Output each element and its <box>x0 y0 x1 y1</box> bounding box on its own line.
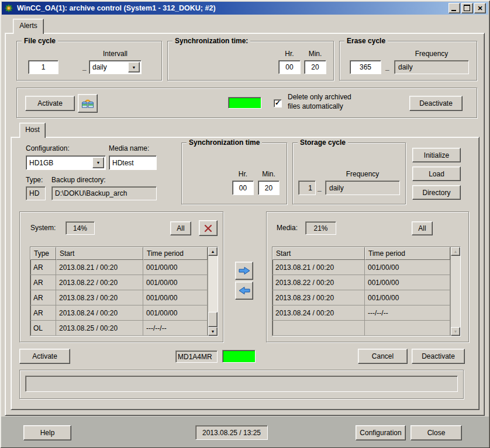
minimize-icon <box>451 10 456 11</box>
transfer-left-button[interactable] <box>235 282 253 300</box>
help-button-label: Help <box>40 429 55 437</box>
scrollbar-thumb[interactable] <box>208 312 218 327</box>
cell-period: 001/00/00 <box>143 290 208 305</box>
minimize-button[interactable] <box>448 3 460 13</box>
chevron-down-icon[interactable]: ▼ <box>128 62 140 72</box>
archive-settings-button[interactable] <box>78 94 98 113</box>
cell-period: 001/00/00 <box>365 290 450 305</box>
activate-button-label: Activate <box>37 99 63 107</box>
configuration-select[interactable]: HD1GB ▼ <box>26 155 106 170</box>
media-row-1[interactable]: 2013.08.21 / 00:20 001/00/00 <box>272 260 450 275</box>
frequency-label: Frequency <box>394 50 469 58</box>
min-label: Min. <box>258 170 279 178</box>
host-deactivate-button[interactable]: Deactivate <box>412 349 465 364</box>
system-row-4[interactable]: AR 2013.08.24 / 00:20 001/00/00 <box>30 305 208 321</box>
system-all-button[interactable]: All <box>170 221 191 235</box>
host-activate-label: Activate <box>32 352 57 360</box>
tab-alerts[interactable]: Alerts <box>13 19 44 34</box>
type-label: Type: <box>26 176 43 184</box>
media-all-button[interactable]: All <box>412 221 433 235</box>
frequency-label: Frequency <box>325 170 400 178</box>
cell-start: 2013.08.24 / 00:20 <box>56 305 143 321</box>
chevron-down-icon[interactable]: ▼ <box>92 157 104 168</box>
intervall-label: Intervall <box>89 50 142 58</box>
media-label: Media: <box>277 224 298 232</box>
system-row-5[interactable]: OL 2013.08.25 / 00:20 ---/--/-- <box>30 321 208 336</box>
system-delete-button[interactable] <box>199 220 218 236</box>
cell-start: 2013.08.21 / 00:20 <box>56 260 143 275</box>
scroll-up-button-disabled: ▲ <box>451 247 460 256</box>
media-row-5[interactable] <box>272 321 450 336</box>
media-usage-field: 21% <box>305 221 336 235</box>
column-header-type: Type <box>30 247 56 260</box>
min-label: Min. <box>304 50 326 58</box>
delete-archived-checkbox[interactable]: ✓ <box>274 99 282 107</box>
erase-cycle-value-input[interactable] <box>350 60 381 74</box>
arrow-left-icon <box>238 286 251 295</box>
media-name-input[interactable] <box>109 155 157 170</box>
datetime-field: 2013.08.25 / 13:25 <box>195 425 268 440</box>
system-scrollbar[interactable]: ▲ ▼ <box>208 247 218 336</box>
cell-period: 001/00/00 <box>143 260 208 275</box>
title-bar[interactable]: WinCC_OA(1): archive control (System1 - … <box>2 2 488 15</box>
cell-period: 001/00/00 <box>365 275 450 290</box>
cell-type: AR <box>30 260 56 275</box>
media-name-label: Media name: <box>109 144 149 152</box>
media-row-2[interactable]: 2013.08.22 / 00:20 001/00/00 <box>272 275 450 290</box>
load-button[interactable]: Load <box>412 166 461 181</box>
load-button-label: Load <box>429 170 444 178</box>
intervall-select[interactable]: daily ▼ <box>89 60 142 74</box>
alert-status-indicator <box>228 97 261 109</box>
initialize-button-label: Initialize <box>424 151 449 159</box>
configuration-button-label: Configuration <box>360 429 401 437</box>
directory-button[interactable]: Directory <box>412 185 461 200</box>
archive-control-window: WinCC_OA(1): archive control (System1 - … <box>0 0 490 448</box>
checkbox-label-line1: Delete only archived <box>288 93 351 101</box>
configuration-button[interactable]: Configuration <box>356 425 406 440</box>
arrow-right-icon <box>238 266 251 275</box>
scroll-down-button[interactable]: ▼ <box>208 327 218 336</box>
app-gear-icon <box>4 4 13 13</box>
scroll-up-button[interactable]: ▲ <box>208 247 218 256</box>
hr-input[interactable] <box>278 60 301 74</box>
triangle-up-icon: ▲ <box>454 249 458 253</box>
host-min-input[interactable] <box>258 180 279 195</box>
help-button[interactable]: Help <box>23 425 71 440</box>
configuration-label: Configuration: <box>26 144 70 152</box>
transfer-right-button[interactable] <box>235 262 253 280</box>
file-cycle-value-input[interactable] <box>28 60 58 74</box>
scrollbar-track[interactable] <box>208 256 218 312</box>
directory-button-label: Directory <box>422 189 450 197</box>
cell-start: 2013.08.23 / 00:20 <box>56 290 143 305</box>
system-row-1[interactable]: AR 2013.08.21 / 00:20 001/00/00 <box>30 260 208 275</box>
close-button[interactable]: ✕ <box>474 3 486 13</box>
min-input[interactable] <box>304 60 326 74</box>
cell-type: OL <box>30 321 56 336</box>
activate-button[interactable]: Activate <box>25 96 75 111</box>
cell-period: 001/00/00 <box>365 260 450 275</box>
system-row-2[interactable]: AR 2013.08.22 / 00:20 001/00/00 <box>30 275 208 290</box>
sync-time-host-title: Synchronization time <box>187 138 262 147</box>
separator-label: _ <box>82 63 87 71</box>
system-row-3[interactable]: AR 2013.08.23 / 00:20 001/00/00 <box>30 290 208 305</box>
media-all-label: All <box>418 224 426 232</box>
maximize-button[interactable] <box>461 3 473 13</box>
tab-host[interactable]: Host <box>19 123 46 138</box>
cancel-button[interactable]: Cancel <box>358 349 408 364</box>
media-row-3[interactable]: 2013.08.23 / 00:20 001/00/00 <box>272 290 450 305</box>
host-hr-input[interactable] <box>232 180 254 195</box>
system-label: System: <box>30 224 56 232</box>
cell-period: ---/--/-- <box>143 321 208 336</box>
deactivate-button-label: Deactivate <box>419 99 453 107</box>
scrollbar-track <box>451 256 460 327</box>
close-dialog-button[interactable]: Close <box>410 425 462 440</box>
media-row-4[interactable]: 2013.08.24 / 00:20 ---/--/-- <box>272 305 450 321</box>
media-table: Start Time period 2013.08.21 / 00:20 001… <box>272 246 461 336</box>
initialize-button[interactable]: Initialize <box>412 148 461 162</box>
host-activate-button[interactable]: Activate <box>19 349 70 364</box>
cell-start: 2013.08.21 / 00:20 <box>272 260 365 275</box>
triangle-down-icon: ▼ <box>454 329 458 334</box>
close-icon: ✕ <box>477 5 482 12</box>
deactivate-button[interactable]: Deactivate <box>409 96 463 111</box>
host-status-indicator <box>222 350 256 363</box>
